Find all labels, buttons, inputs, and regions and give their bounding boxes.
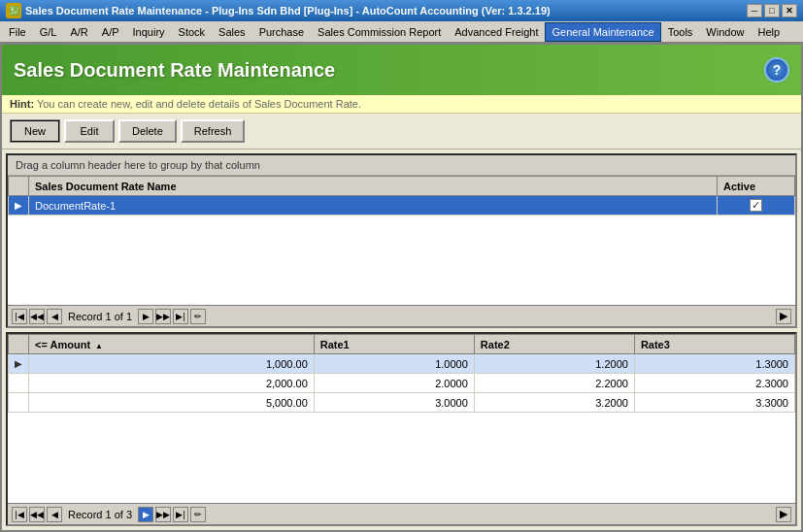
row-name: DocumentRate-1: [29, 196, 718, 216]
col-name: Sales Document Rate Name: [29, 177, 718, 196]
top-grid-panel: Drag a column header here to group by th…: [6, 153, 797, 328]
menu-genmaint[interactable]: General Maintenance: [545, 22, 660, 42]
row-rate1-2: 2.0000: [314, 374, 474, 393]
col-active: Active: [718, 177, 795, 196]
row-amount-1: 1,000.00: [29, 354, 315, 374]
col-rate2: Rate2: [474, 335, 634, 354]
delete-button[interactable]: Delete: [118, 119, 177, 143]
menu-window[interactable]: Window: [699, 22, 751, 42]
menu-ar[interactable]: A/R: [63, 22, 94, 42]
nav-bottom-next[interactable]: ▶: [138, 507, 153, 522]
menu-help[interactable]: Help: [751, 22, 786, 42]
row-rate3-3: 3.3000: [634, 393, 794, 413]
nav-bottom-next-next[interactable]: ▶▶: [155, 507, 171, 522]
nav-next[interactable]: ▶: [138, 309, 153, 324]
nav-bottom-prev-prev[interactable]: ◀◀: [29, 507, 45, 522]
bottom-grid-panel: <= Amount ▲ Rate1 Rate2 Rate3 ▶ 1,000.00…: [6, 332, 797, 526]
row-indicator: ▶: [9, 354, 29, 374]
group-header: Drag a column header here to group by th…: [8, 155, 795, 176]
menu-salescomm[interactable]: Sales Commission Report: [311, 22, 448, 42]
title-bar: 💹 Sales Document Rate Maintenance - Plug…: [0, 0, 803, 21]
nav-bottom-prev[interactable]: ◀: [47, 507, 62, 522]
nav-prev-prev[interactable]: ◀◀: [29, 309, 45, 324]
page-title: Sales Document Rate Maintenance: [14, 59, 335, 82]
nav-bottom-record-text: Record 1 of 3: [64, 509, 136, 520]
help-icon[interactable]: ?: [764, 57, 789, 83]
row-rate2-1: 1.2000: [474, 354, 634, 374]
app-icon: 💹: [6, 3, 21, 18]
menu-inquiry[interactable]: Inquiry: [126, 22, 172, 42]
hint-bar: Hint: You can create new, edit and delet…: [2, 95, 801, 114]
menu-tools[interactable]: Tools: [661, 22, 700, 42]
title-bar-text: Sales Document Rate Maintenance - Plug-I…: [25, 5, 747, 17]
col-amount[interactable]: <= Amount ▲: [29, 335, 315, 354]
col-indicator2: [9, 335, 29, 354]
menu-advfreight[interactable]: Advanced Freight: [448, 22, 545, 42]
nav-bottom-scroll-right[interactable]: ▶: [776, 507, 791, 522]
row-rate3-2: 2.3000: [634, 374, 794, 393]
nav-edit[interactable]: ✏: [190, 309, 206, 324]
main-window: Sales Document Rate Maintenance ? Hint: …: [0, 43, 803, 532]
close-button[interactable]: ✕: [782, 4, 797, 17]
top-grid-table: Sales Document Rate Name Active ▶ Docume…: [8, 176, 795, 216]
new-button[interactable]: New: [10, 119, 60, 143]
nav-bottom-edit[interactable]: ✏: [190, 507, 206, 522]
menu-ap[interactable]: A/P: [95, 22, 126, 42]
row-rate2-2: 2.2000: [474, 374, 634, 393]
row-rate3-1: 1.3000: [634, 354, 794, 374]
top-nav-bar: |◀ ◀◀ ◀ Record 1 of 1 ▶ ▶▶ ▶| ✏ ▶: [8, 305, 795, 326]
minimize-button[interactable]: ─: [747, 4, 762, 17]
menu-stock[interactable]: Stock: [172, 22, 213, 42]
row-active: [718, 196, 795, 216]
nav-bottom-first[interactable]: |◀: [12, 507, 27, 522]
col-rate3: Rate3: [634, 335, 794, 354]
hint-text: You can create new, edit and delete deta…: [37, 98, 361, 110]
nav-bottom-last[interactable]: ▶|: [173, 507, 188, 522]
active-checkbox[interactable]: [750, 199, 762, 212]
sort-icon: ▲: [95, 342, 103, 350]
row-rate2-3: 3.2000: [474, 393, 634, 413]
menu-file[interactable]: File: [2, 22, 33, 42]
page-header: Sales Document Rate Maintenance ?: [2, 45, 801, 95]
bottom-nav-bar: |◀ ◀◀ ◀ Record 1 of 3 ▶ ▶▶ ▶| ✏ ▶: [8, 503, 795, 524]
bottom-grid-table: <= Amount ▲ Rate1 Rate2 Rate3 ▶ 1,000.00…: [8, 334, 795, 413]
col-rate1: Rate1: [314, 335, 474, 354]
menu-bar: File G/L A/R A/P Inquiry Stock Sales Pur…: [0, 21, 803, 43]
row-indicator: ▶: [9, 196, 29, 216]
refresh-button[interactable]: Refresh: [181, 119, 246, 143]
nav-record-text: Record 1 of 1: [64, 311, 136, 322]
row-amount-3: 5,000.00: [29, 393, 315, 413]
row-amount-2: 2,000.00: [29, 374, 315, 393]
restore-button[interactable]: □: [764, 4, 780, 17]
nav-first[interactable]: |◀: [12, 309, 27, 324]
table-row[interactable]: 5,000.00 3.0000 3.2000 3.3000: [9, 393, 795, 413]
content-area: Drag a column header here to group by th…: [2, 150, 801, 530]
menu-gl[interactable]: G/L: [33, 22, 64, 42]
hint-label: Hint:: [10, 98, 34, 110]
edit-button[interactable]: Edit: [64, 119, 115, 143]
row-rate1-3: 3.0000: [314, 393, 474, 413]
nav-last[interactable]: ▶|: [173, 309, 188, 324]
row-indicator: [9, 393, 29, 413]
nav-scroll-right[interactable]: ▶: [776, 309, 791, 324]
toolbar: New Edit Delete Refresh: [2, 114, 801, 150]
table-row[interactable]: 2,000.00 2.0000 2.2000 2.3000: [9, 374, 795, 393]
row-indicator: [9, 374, 29, 393]
table-row[interactable]: ▶ 1,000.00 1.0000 1.2000 1.3000: [9, 354, 795, 374]
title-bar-buttons: ─ □ ✕: [747, 4, 797, 17]
col-indicator: [9, 177, 29, 196]
menu-purchase[interactable]: Purchase: [252, 22, 311, 42]
row-rate1-1: 1.0000: [314, 354, 474, 374]
nav-next-next[interactable]: ▶▶: [155, 309, 171, 324]
nav-prev[interactable]: ◀: [47, 309, 62, 324]
table-row[interactable]: ▶ DocumentRate-1: [9, 196, 795, 216]
menu-sales[interactable]: Sales: [212, 22, 252, 42]
